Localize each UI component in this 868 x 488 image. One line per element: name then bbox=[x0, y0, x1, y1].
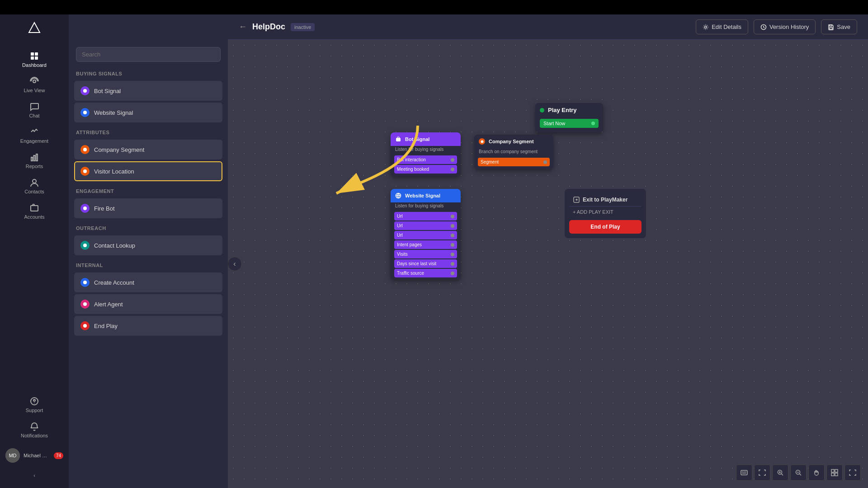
end-of-play-button[interactable]: End of Play bbox=[569, 220, 642, 234]
component-item-fire-bot[interactable]: Fire Bot bbox=[74, 198, 222, 218]
sidebar-item-support[interactable]: Support bbox=[0, 392, 69, 418]
company-segment-node[interactable]: Company Segment Branch on company segmen… bbox=[474, 135, 553, 169]
bot-signal-label: Bot Signal bbox=[94, 88, 121, 94]
zoom-in-button[interactable] bbox=[772, 465, 788, 481]
start-now-button[interactable]: Start Now bbox=[540, 119, 599, 128]
contacts-icon bbox=[30, 178, 39, 187]
version-history-button[interactable]: Version History bbox=[754, 19, 816, 34]
grid-button[interactable] bbox=[826, 465, 843, 481]
website-signal-subtitle: Listen for buying signals bbox=[391, 202, 461, 211]
exit-playmaker-area[interactable]: Exit to PlayMaker + ADD PLAY EXIT End of… bbox=[565, 189, 646, 238]
component-item-alert-agent[interactable]: Alert Agent bbox=[74, 294, 222, 314]
user-avatar-area[interactable]: MD Michael Davis 74 bbox=[0, 443, 69, 468]
collapse-nav-button[interactable]: ‹ bbox=[0, 468, 69, 483]
sidebar-item-reports[interactable]: Reports bbox=[0, 148, 69, 174]
svg-point-14 bbox=[83, 111, 87, 114]
url-port-3: Url bbox=[394, 231, 457, 239]
accounts-icon bbox=[30, 203, 39, 212]
status-badge: inactive bbox=[291, 23, 315, 31]
history-icon bbox=[760, 24, 767, 30]
crop-icon bbox=[759, 469, 766, 476]
avatar: MD bbox=[5, 448, 20, 463]
sidebar-item-live-view[interactable]: Live View bbox=[0, 72, 69, 98]
accounts-label: Accounts bbox=[24, 214, 44, 220]
component-item-visitor-location[interactable]: Visitor Location bbox=[74, 161, 222, 181]
edit-details-button[interactable]: Edit Details bbox=[696, 19, 748, 34]
keyboard-icon bbox=[741, 469, 748, 476]
sidebar-item-contacts[interactable]: Contacts bbox=[0, 174, 69, 199]
icon-nav: Dashboard Live View Chat Engagement Repo bbox=[0, 14, 69, 488]
create-account-label: Create Account bbox=[94, 279, 134, 286]
fullscreen-button[interactable] bbox=[754, 465, 770, 481]
sidebar-item-accounts[interactable]: Accounts bbox=[0, 199, 69, 224]
days-port: Days since last visit bbox=[394, 259, 457, 268]
keyboard-button[interactable] bbox=[736, 465, 752, 481]
svg-point-15 bbox=[83, 148, 87, 151]
notifications-label: Notifications bbox=[21, 433, 48, 438]
fire-bot-icon bbox=[80, 204, 90, 213]
svg-point-17 bbox=[83, 206, 87, 210]
app-container: Dashboard Live View Chat Engagement Repo bbox=[0, 14, 868, 488]
bell-icon bbox=[30, 422, 39, 431]
sidebar-item-engagement[interactable]: Engagement bbox=[0, 123, 69, 148]
svg-rect-24 bbox=[830, 28, 832, 29]
component-item-contact-lookup[interactable]: Contact Lookup bbox=[74, 235, 222, 255]
section-label-internal: INTERNAL bbox=[69, 257, 228, 271]
pan-button[interactable] bbox=[808, 465, 825, 481]
segment-port: Segment bbox=[478, 158, 550, 166]
sidebar-item-chat[interactable]: Chat bbox=[0, 98, 69, 123]
bot-icon bbox=[395, 136, 401, 142]
svg-rect-0 bbox=[31, 52, 34, 56]
component-item-company-segment[interactable]: Company Segment bbox=[74, 140, 222, 160]
back-button[interactable]: ← bbox=[239, 22, 247, 32]
port-dot bbox=[543, 160, 547, 164]
top-bar bbox=[0, 0, 868, 14]
svg-rect-25 bbox=[830, 25, 832, 26]
component-item-bot-signal[interactable]: Bot Signal bbox=[74, 81, 222, 101]
svg-rect-36 bbox=[831, 469, 834, 472]
end-play-label: End Play bbox=[94, 323, 118, 329]
fit-screen-button[interactable] bbox=[844, 465, 861, 481]
gear-icon bbox=[703, 24, 709, 30]
svg-point-20 bbox=[83, 302, 87, 306]
globe-icon bbox=[395, 192, 401, 199]
play-entry-dot bbox=[540, 108, 544, 113]
website-signal-node[interactable]: Website Signal Listen for buying signals… bbox=[391, 189, 461, 279]
bot-signal-icon bbox=[80, 86, 90, 95]
zoom-in-icon bbox=[777, 469, 784, 476]
add-play-exit-button[interactable]: + ADD PLAY EXIT bbox=[569, 206, 642, 217]
company-icon bbox=[479, 138, 485, 145]
component-item-end-play[interactable]: End Play bbox=[74, 316, 222, 336]
end-play-icon bbox=[80, 321, 90, 330]
zoom-out-button[interactable] bbox=[790, 465, 807, 481]
sidebar-item-notifications[interactable]: Notifications bbox=[0, 418, 69, 443]
component-item-website-signal[interactable]: Website Signal bbox=[74, 103, 222, 122]
collapse-sidebar-button[interactable]: ‹ bbox=[228, 257, 242, 271]
svg-point-28 bbox=[399, 139, 400, 140]
canvas-area[interactable]: Play Entry Start Now Bot Signal bbox=[228, 40, 868, 488]
logo-icon[interactable] bbox=[26, 20, 42, 36]
search-input[interactable] bbox=[76, 47, 221, 62]
svg-rect-3 bbox=[35, 56, 38, 60]
contact-lookup-icon bbox=[80, 241, 90, 250]
svg-rect-33 bbox=[741, 470, 747, 475]
alert-agent-label: Alert Agent bbox=[94, 301, 123, 308]
save-button[interactable]: Save bbox=[821, 19, 857, 34]
chat-label: Chat bbox=[29, 113, 39, 118]
svg-point-13 bbox=[83, 89, 87, 93]
company-segment-icon bbox=[80, 145, 90, 154]
fit-icon bbox=[849, 469, 856, 476]
zoom-out-icon bbox=[795, 469, 802, 476]
contacts-label: Contacts bbox=[24, 189, 44, 194]
start-port bbox=[591, 122, 595, 125]
svg-point-27 bbox=[397, 139, 398, 140]
svg-point-4 bbox=[33, 80, 36, 83]
sidebar-item-dashboard[interactable]: Dashboard bbox=[0, 47, 69, 72]
url-port-1: Url bbox=[394, 212, 457, 221]
bot-signal-node[interactable]: Bot Signal Listen for buying signals Bot… bbox=[391, 132, 461, 176]
component-item-create-account[interactable]: Create Account bbox=[74, 272, 222, 292]
play-entry-node[interactable]: Play Entry Start Now bbox=[535, 103, 603, 132]
user-name: Michael Davis bbox=[24, 453, 50, 458]
chat-icon bbox=[30, 102, 39, 111]
visits-port: Visits bbox=[394, 250, 457, 258]
